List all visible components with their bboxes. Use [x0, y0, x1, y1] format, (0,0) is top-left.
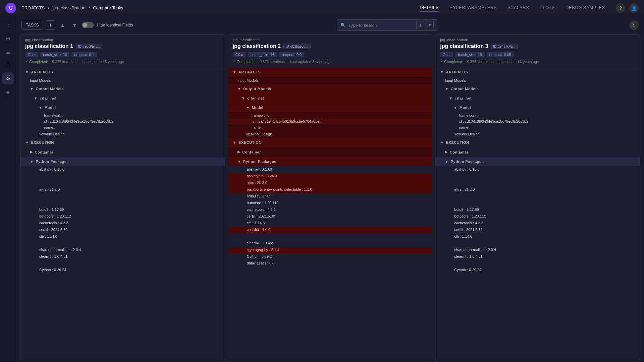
package-item: [20, 193, 225, 200]
hide-identical-toggle-container: Hide Identical Fields: [82, 22, 133, 28]
topnav: C PROJECTS / jpg_classification / Compar…: [0, 0, 644, 16]
sidebar-item-grid[interactable]: ⊞: [2, 32, 14, 44]
task-meta-3: ✓ Completed · 9,375 iterations · Last up…: [440, 59, 635, 64]
package-item: [20, 200, 225, 206]
package-item: certifi : 2021.5.30: [20, 227, 225, 233]
tab-scalars[interactable]: SCALARS: [507, 4, 529, 12]
user-avatar[interactable]: 👤: [629, 3, 639, 13]
network-design-1[interactable]: Network Design: [20, 130, 225, 138]
package-item: Cython : 0.29.24: [435, 267, 640, 274]
task-column-1: jpg_classification jpg classification 1 …: [20, 34, 225, 362]
package-item: Cython : 0.29.24: [228, 253, 432, 260]
search-icon: 🔍: [340, 23, 345, 27]
id-row-2: id : f2a4019414cb4b81959ccbe5784a85ef: [228, 118, 432, 124]
input-models-2[interactable]: Input Models: [228, 77, 432, 84]
top-right-action: ↻: [629, 20, 639, 30]
tag-cifar-2: Cifar: [233, 52, 246, 57]
scroll-down-button[interactable]: ▼: [70, 20, 79, 30]
breadcrumb-current: Compare Tasks: [93, 5, 123, 10]
tasks-button[interactable]: TASKS: [21, 21, 43, 29]
help-icon[interactable]: ?: [616, 3, 625, 13]
package-item: chardet : 4.0.0: [228, 227, 432, 233]
hide-identical-toggle[interactable]: [82, 22, 94, 28]
search-prev-button[interactable]: ▲: [416, 21, 424, 29]
search-next-button[interactable]: ▼: [426, 21, 434, 29]
artifacts-section-1[interactable]: ▼ ARTIFACTS: [20, 67, 225, 77]
package-item: boto3 : 1.17.69: [435, 206, 640, 213]
tab-plots[interactable]: PLOTS: [540, 4, 555, 12]
container-section-3[interactable]: ▶ Container: [435, 147, 640, 157]
status-badge-3: ✓ Completed: [440, 59, 462, 64]
network-design-2[interactable]: Network Design: [228, 130, 432, 138]
container-section-1[interactable]: ▶ Container: [20, 147, 225, 157]
network-design-3[interactable]: Network Design: [435, 130, 640, 138]
task-content-1[interactable]: ▼ ARTIFACTS Input Models ▼ Output Models…: [20, 67, 225, 362]
execution-section-3[interactable]: ▼ EXECUTION: [435, 138, 640, 147]
package-item: Cython : 0.29.24: [20, 267, 225, 274]
cifar-net-section-3[interactable]: ▼ cifar_net: [435, 94, 640, 103]
sidebar-item-settings[interactable]: ⚙: [2, 72, 14, 84]
task-title-1: jpg classification 1 ID c9bc0a4c...: [25, 43, 220, 49]
sidebar-item-code[interactable]: ◈: [2, 86, 14, 98]
tab-debug-samples[interactable]: DEBUG SAMPLES: [566, 4, 605, 12]
package-item: botocore : 1.20.112: [435, 213, 640, 220]
sidebar-item-cloud[interactable]: ☁: [2, 46, 14, 58]
package-item: absl-py : 0.13.0: [20, 166, 225, 173]
execution-section-2[interactable]: ▼ EXECUTION: [228, 138, 432, 147]
output-models-section-1[interactable]: ▼ Output Models: [20, 84, 225, 94]
task-header-3: jpg_classification jpg classification 3 …: [435, 35, 640, 67]
framework-row-3: framework :: [435, 112, 640, 118]
artifacts-section-3[interactable]: ▼ ARTIFACTS: [435, 67, 640, 77]
scroll-up-button[interactable]: ▲: [58, 20, 67, 30]
sidebar-item-home[interactable]: ⌂: [2, 19, 14, 31]
package-item: [228, 233, 432, 240]
input-models-1[interactable]: Input Models: [20, 77, 225, 84]
model-section-2[interactable]: ▼ Model: [228, 103, 432, 112]
package-item: attrs : 21.2.0: [435, 186, 640, 193]
task-title-2: jpg classification 2 ID db3bae8d...: [233, 43, 428, 49]
compare-area: jpg_classification jpg classification 1 …: [16, 34, 644, 362]
package-item: [435, 193, 640, 200]
execution-section-1[interactable]: ▼ EXECUTION: [20, 138, 225, 147]
task-project-3: jpg_classification: [440, 38, 635, 42]
task-id-badge-2: ID db3bae8d...: [283, 44, 311, 49]
tag-dropout-1: dropout=0.1: [71, 52, 97, 57]
python-packages-section-3[interactable]: ▼ Python Packages: [435, 157, 640, 166]
search-input[interactable]: [348, 23, 414, 28]
package-item: [435, 200, 640, 206]
model-section-1[interactable]: ▼ Model: [20, 103, 225, 112]
cifar-net-section-1[interactable]: ▼ cifar_net: [20, 94, 225, 103]
task-header-1: jpg_classification jpg classification 1 …: [20, 35, 225, 67]
breadcrumb-project[interactable]: jpg_classification: [52, 5, 85, 10]
artifacts-section-2[interactable]: ▼ ARTIFACTS: [228, 67, 432, 77]
package-item: cachetools : 4.2.2: [228, 206, 432, 213]
packages-list-1: absl-py : 0.13.0attrs : 21.2.0boto3 : 1.…: [20, 166, 225, 274]
breadcrumb-root[interactable]: PROJECTS: [21, 5, 45, 10]
output-models-section-2[interactable]: ▼ Output Models: [228, 84, 432, 94]
task-content-2[interactable]: ▼ ARTIFACTS Input Models ▼ Output Models…: [228, 67, 432, 362]
refresh-icon[interactable]: ↻: [629, 20, 639, 30]
task-project-2: jpg_classification: [233, 38, 428, 42]
python-packages-section-2[interactable]: ▼ Python Packages: [228, 157, 432, 166]
container-section-2[interactable]: ▶ Container: [228, 147, 432, 157]
package-item: boto3 : 1.17.69: [228, 193, 432, 200]
cifar-net-section-2[interactable]: ▼ cifar_net: [228, 94, 432, 103]
input-models-3[interactable]: Input Models: [435, 77, 640, 84]
package-item: [435, 260, 640, 267]
tab-details[interactable]: DETAILS: [420, 4, 439, 12]
task-content-3[interactable]: ▼ ARTIFACTS Input Models ▼ Output Models…: [435, 67, 640, 362]
model-section-3[interactable]: ▼ Model: [435, 103, 640, 112]
add-task-button[interactable]: +: [46, 20, 55, 30]
package-item: cryptography : 2.1.4: [228, 247, 432, 253]
python-packages-section-1[interactable]: ▼ Python Packages: [20, 157, 225, 166]
sidebar-item-layers[interactable]: ≡: [2, 59, 14, 71]
tag-batch-2: batch_size=16: [248, 52, 277, 57]
output-models-section-3[interactable]: ▼ Output Models: [435, 84, 640, 94]
tab-hyperparameters[interactable]: HYPERPARAMETERS: [449, 4, 497, 12]
package-item: attrs : 20.3.0: [228, 180, 432, 186]
package-item: cffi : 1.14.6: [435, 233, 640, 240]
task-meta-2: ✓ Completed · 9,375 iterations · Last up…: [233, 59, 428, 64]
package-item: clearml : 1.0.4rc1: [228, 240, 432, 247]
package-item: botocore : 1.20.112: [228, 200, 432, 206]
packages-list-3: absl-py : 0.13.0attrs : 21.2.0boto3 : 1.…: [435, 166, 640, 274]
